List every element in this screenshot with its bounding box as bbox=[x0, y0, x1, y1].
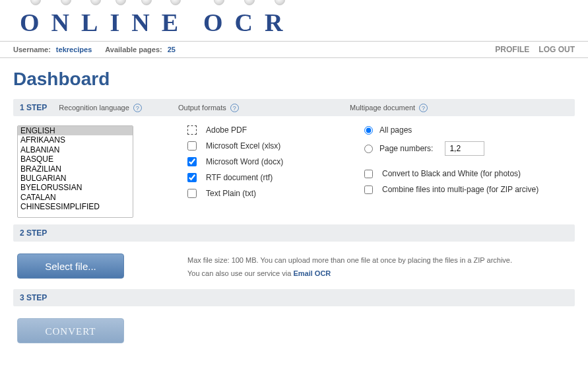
lang-option[interactable]: AFRIKAANS bbox=[18, 135, 133, 145]
lang-option[interactable]: BULGARIAN bbox=[18, 174, 133, 183]
pages-value: 25 bbox=[168, 46, 176, 53]
convert-button[interactable]: CONVERT bbox=[17, 318, 124, 343]
lang-option[interactable]: BYELORUSSIAN bbox=[18, 183, 133, 192]
lang-option[interactable]: ALBANIAN bbox=[18, 145, 133, 154]
lang-option[interactable]: BASQUE bbox=[18, 154, 133, 164]
output-rtf-label: RTF document (rtf) bbox=[206, 173, 273, 182]
step1-bar: 1 STEP Recognition language ? Output for… bbox=[13, 99, 575, 116]
lang-header: Recognition language bbox=[59, 104, 129, 112]
email-ocr-hint: You can also use our service via Email O… bbox=[187, 267, 512, 280]
topbar: Username: tekrecipes Available pages: 25… bbox=[0, 41, 588, 58]
output-rtf-checkbox[interactable] bbox=[187, 173, 197, 182]
help-icon[interactable]: ? bbox=[230, 104, 239, 112]
multipage-header: Multipage document bbox=[350, 104, 415, 112]
help-icon[interactable]: ? bbox=[133, 104, 142, 112]
lang-option[interactable]: ENGLISH bbox=[18, 126, 133, 135]
output-txt-checkbox[interactable] bbox=[187, 189, 197, 198]
output-xlsx-checkbox[interactable] bbox=[187, 141, 197, 151]
page-numbers-input[interactable] bbox=[445, 141, 484, 156]
page-numbers-label: Page numbers: bbox=[379, 144, 433, 153]
output-docx-checkbox[interactable] bbox=[187, 157, 197, 166]
username-label: Username: bbox=[13, 46, 51, 53]
username-value: tekrecipes bbox=[56, 46, 92, 53]
page-title: Dashboard bbox=[13, 69, 575, 90]
all-pages-label: All pages bbox=[379, 125, 412, 135]
help-icon[interactable]: ? bbox=[419, 104, 428, 112]
combine-label: Combine files into multi-page (for ZIP a… bbox=[382, 185, 539, 194]
lang-option[interactable]: CHINESESIMPLIFIED bbox=[18, 202, 133, 211]
step3-label: 3 STEP bbox=[20, 293, 47, 302]
pages-label: Available pages: bbox=[105, 46, 162, 53]
step2-label: 2 STEP bbox=[20, 228, 47, 238]
lang-option[interactable]: BRAZILIAN bbox=[18, 164, 133, 174]
language-select[interactable]: ENGLISH AFRIKAANS ALBANIAN BASQUE BRAZIL… bbox=[17, 125, 133, 218]
bw-label: Convert to Black and White (for photos) bbox=[382, 169, 521, 178]
output-header: Output formats bbox=[178, 104, 226, 112]
lang-option[interactable]: CATALAN bbox=[18, 193, 133, 202]
bw-checkbox[interactable] bbox=[364, 170, 373, 178]
output-txt-label: Text Plain (txt) bbox=[206, 189, 256, 198]
select-file-button[interactable]: Select file... bbox=[17, 253, 124, 279]
step1-label: 1 STEP bbox=[20, 103, 47, 112]
output-pdf-label: Adobe PDF bbox=[206, 125, 247, 135]
email-ocr-link[interactable]: Email OCR bbox=[293, 269, 331, 277]
step2-bar: 2 STEP bbox=[13, 224, 575, 242]
profile-link[interactable]: PROFILE bbox=[495, 45, 529, 54]
output-xlsx-label: Microsoft Excel (xlsx) bbox=[206, 141, 280, 151]
all-pages-radio[interactable] bbox=[364, 126, 373, 135]
combine-checkbox[interactable] bbox=[364, 186, 373, 194]
page-numbers-radio[interactable] bbox=[364, 145, 373, 153]
logo: ONLINEOCR bbox=[0, 0, 588, 41]
upload-hint: Max file size: 100 MB. You can upload mo… bbox=[187, 253, 512, 267]
logout-link[interactable]: LOG OUT bbox=[539, 45, 575, 54]
step3-bar: 3 STEP bbox=[13, 289, 575, 306]
output-docx-label: Microsoft Word (docx) bbox=[206, 157, 283, 166]
pdf-icon[interactable] bbox=[187, 125, 197, 135]
